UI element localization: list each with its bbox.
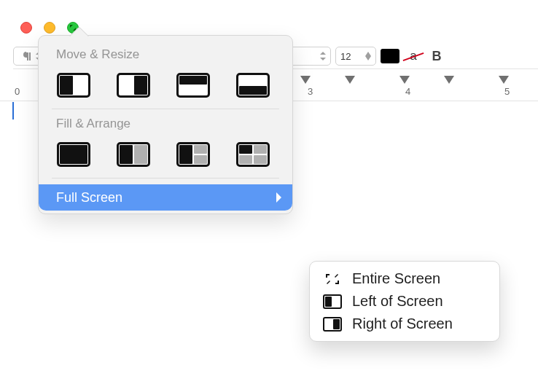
text-cursor — [12, 102, 14, 119]
tile-bottom-half-button[interactable] — [235, 72, 270, 98]
bold-button[interactable]: B — [427, 47, 446, 66]
submenu-label: Entire Screen — [352, 270, 440, 287]
tile-top-half-button[interactable] — [176, 72, 211, 98]
tab-stop-marker[interactable] — [499, 76, 509, 84]
chevron-right-icon — [275, 192, 282, 203]
ruler-number: 0 — [15, 86, 20, 97]
submenu-label: Left of Screen — [352, 293, 443, 310]
tile-right-half-button[interactable] — [116, 72, 151, 98]
strikethrough-button[interactable]: a — [404, 47, 423, 66]
strikethrough-glyph: a — [410, 49, 416, 63]
font-size-value: 12 — [340, 51, 351, 62]
window-tile-popover: Move & Resize Fill & Arrange — [38, 35, 293, 214]
tab-stop-marker[interactable] — [345, 76, 355, 84]
text-color-swatch[interactable] — [381, 47, 399, 66]
font-size-stepper-arrows[interactable] — [365, 52, 371, 60]
submenu-item-right-of-screen[interactable]: Right of Screen — [310, 313, 499, 335]
full-screen-submenu: Entire Screen Left of Screen Right of Sc… — [309, 261, 500, 342]
bold-glyph: B — [432, 49, 442, 64]
full-screen-label: Full Screen — [56, 190, 122, 205]
tile-arrange-left-stack-button[interactable] — [176, 141, 211, 168]
tile-arrange-left-button[interactable] — [116, 141, 151, 168]
section-title-move-resize: Move & Resize — [39, 46, 292, 65]
tile-right-half-icon — [323, 317, 342, 332]
ruler-number: 5 — [504, 86, 510, 97]
color-swatch-black — [381, 49, 399, 63]
close-window-button[interactable] — [20, 22, 32, 34]
tab-stop-marker[interactable] — [300, 76, 311, 84]
entire-screen-icon — [323, 272, 342, 286]
font-size-stepper[interactable]: 12 — [335, 47, 376, 66]
ruler-number: 3 — [308, 86, 313, 97]
section-title-fill-arrange: Fill & Arrange — [39, 109, 292, 134]
submenu-label: Right of Screen — [352, 315, 453, 332]
tile-fill-button[interactable] — [56, 141, 91, 168]
tile-left-half-icon — [323, 294, 342, 309]
minimize-window-button[interactable] — [44, 22, 55, 34]
submenu-item-left-of-screen[interactable]: Left of Screen — [310, 290, 499, 313]
tile-arrange-quarters-button[interactable] — [235, 141, 270, 168]
tab-stop-marker[interactable] — [444, 76, 454, 84]
ruler-number: 4 — [405, 86, 410, 97]
submenu-item-entire-screen[interactable]: Entire Screen — [310, 267, 499, 290]
tile-left-half-button[interactable] — [56, 72, 91, 98]
full-screen-menu-item[interactable]: Full Screen — [39, 184, 292, 211]
tab-stop-marker[interactable] — [399, 76, 410, 84]
